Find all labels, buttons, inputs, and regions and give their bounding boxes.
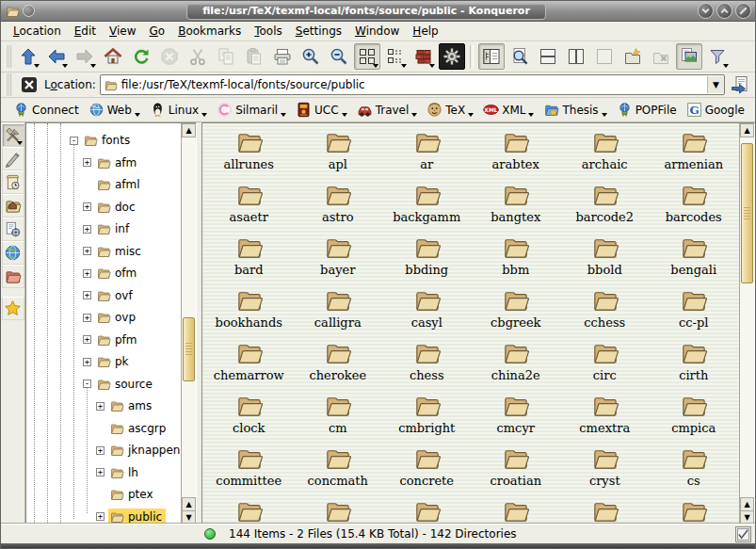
forward-button[interactable] bbox=[72, 43, 98, 70]
bookmark-google[interactable]: GGoogle bbox=[682, 100, 749, 120]
folder-item-arabtex[interactable]: arabtex bbox=[472, 127, 561, 180]
tree-expander-plus-icon[interactable]: + bbox=[83, 314, 91, 322]
tree-scroll-up-button[interactable]: ▲ bbox=[182, 123, 196, 137]
view-scroll-up2-button[interactable]: ▲ bbox=[740, 497, 754, 511]
folder-item-cherokee[interactable]: cherokee bbox=[294, 338, 383, 391]
tree-item-ofm[interactable]: + ofm bbox=[83, 264, 140, 283]
folder-item-concrete[interactable]: concrete bbox=[382, 444, 472, 496]
list-view-button[interactable] bbox=[382, 43, 409, 70]
folder-item-bbding[interactable]: bbding bbox=[382, 233, 472, 285]
folder-item-concmath[interactable]: concmath bbox=[294, 444, 383, 496]
tree-item-afml[interactable]: afml bbox=[83, 175, 144, 194]
maximize-button[interactable] bbox=[716, 3, 732, 19]
tree-item-fonts[interactable]: - fonts bbox=[70, 131, 134, 150]
stop-button[interactable] bbox=[156, 43, 183, 70]
bookmark-wikipedia[interactable]: WWikipedia bbox=[749, 100, 756, 120]
folder-item-circ[interactable]: circ bbox=[560, 338, 650, 391]
folder-item[interactable] bbox=[294, 496, 383, 525]
title-bar[interactable]: file:/usr/TeX/texmf-local/fonts/source/p… bbox=[1, 1, 755, 22]
folder-item-cryst[interactable]: cryst bbox=[560, 444, 650, 496]
tree-expander-plus-icon[interactable]: + bbox=[83, 269, 91, 278]
new-tab-button[interactable] bbox=[619, 43, 646, 70]
folder-item-cbgreek[interactable]: cbgreek bbox=[472, 285, 561, 338]
folder-item-archaic[interactable]: archaic bbox=[560, 127, 650, 180]
folder-item-calligra[interactable]: calligra bbox=[294, 285, 383, 338]
split-horizontal-button[interactable] bbox=[535, 43, 561, 70]
folder-item-barcode2[interactable]: barcode2 bbox=[560, 180, 650, 233]
tree-item-source[interactable]: - source bbox=[83, 375, 156, 394]
folder-item[interactable] bbox=[382, 496, 472, 525]
sticky-pin-button[interactable] bbox=[23, 5, 35, 17]
tree-expander-plus-icon[interactable]: + bbox=[83, 158, 91, 167]
go-button[interactable] bbox=[729, 73, 751, 96]
tree-scrollbar-thumb[interactable] bbox=[183, 317, 195, 381]
tree-expander-minus-icon[interactable]: - bbox=[70, 137, 78, 145]
menu-help[interactable]: Help bbox=[406, 23, 444, 40]
tree-item-afm[interactable]: + afm bbox=[83, 153, 140, 172]
copy-button[interactable] bbox=[213, 43, 239, 70]
menu-location[interactable]: Location bbox=[7, 23, 68, 40]
reload-button[interactable] bbox=[128, 43, 154, 70]
folder-item[interactable] bbox=[650, 496, 739, 525]
tree-scroll-up2-button[interactable]: ▲ bbox=[182, 497, 196, 511]
folder-item-chess[interactable]: chess bbox=[382, 338, 472, 391]
preview-button[interactable] bbox=[676, 43, 702, 70]
sidebar-pen-button[interactable] bbox=[2, 147, 24, 170]
folder-item-allrunes[interactable]: allrunes bbox=[204, 127, 294, 180]
show-sidebar-button[interactable] bbox=[478, 43, 505, 70]
clear-location-button[interactable] bbox=[18, 73, 40, 96]
folder-item-casyl[interactable]: casyl bbox=[382, 285, 472, 338]
print-button[interactable] bbox=[269, 43, 296, 70]
tree-item-ovf[interactable]: + ovf bbox=[83, 286, 137, 305]
tree-item-ptex[interactable]: ptex bbox=[96, 485, 157, 504]
folder-item-asaetr[interactable]: asaetr bbox=[204, 180, 294, 233]
sidebar-services-button[interactable] bbox=[2, 218, 24, 241]
tree-expander-plus-icon[interactable]: + bbox=[83, 225, 91, 234]
tree-item-pfm[interactable]: + pfm bbox=[83, 331, 141, 349]
back-button[interactable] bbox=[43, 43, 70, 70]
filter-button[interactable] bbox=[704, 43, 731, 70]
sidebar-history-button[interactable] bbox=[2, 170, 24, 194]
view-scroll-down-button[interactable]: ▼ bbox=[740, 510, 754, 525]
bookmark-silmaril[interactable]: Silmaril bbox=[212, 100, 291, 120]
statusbar-indicator-icon[interactable] bbox=[735, 526, 751, 542]
folder-item-clock[interactable]: clock bbox=[204, 391, 294, 444]
folder-item-cs[interactable]: cs bbox=[650, 444, 739, 496]
folder-item-bengali[interactable]: bengali bbox=[650, 233, 739, 285]
folder-item-ar[interactable]: ar bbox=[382, 127, 472, 180]
folder-item-cmcyr[interactable]: cmcyr bbox=[472, 391, 561, 444]
tree-expander-minus-icon[interactable]: - bbox=[83, 379, 91, 388]
folder-item[interactable] bbox=[560, 496, 650, 525]
tree-expander-plus-icon[interactable]: + bbox=[96, 446, 105, 455]
folder-item-cmbright[interactable]: cmbright bbox=[382, 391, 472, 444]
tree-scrollbar[interactable]: ▲ ▲ ▼ bbox=[181, 123, 196, 525]
sidebar-root-folder-button[interactable] bbox=[2, 265, 24, 288]
tree-expander-plus-icon[interactable]: + bbox=[83, 247, 91, 255]
menu-bookmarks[interactable]: Bookmarks bbox=[171, 23, 248, 40]
icon-view[interactable]: allrunes apl ar arabtex archaic armenian… bbox=[201, 122, 755, 525]
tree-expander-plus-icon[interactable]: + bbox=[83, 358, 91, 366]
folder-item-bayer[interactable]: bayer bbox=[294, 233, 383, 285]
up-button[interactable] bbox=[15, 43, 41, 70]
tree-item-inf[interactable]: + inf bbox=[83, 219, 133, 238]
bookmark-popfile[interactable]: POPFile bbox=[612, 100, 682, 120]
menu-settings[interactable]: Settings bbox=[289, 23, 348, 40]
menu-tools[interactable]: Tools bbox=[248, 23, 289, 40]
folder-item-astro[interactable]: astro bbox=[294, 180, 383, 233]
sidebar-network-globe-button[interactable] bbox=[2, 241, 24, 265]
folder-item-cmpica[interactable]: cmpica bbox=[650, 391, 739, 444]
folder-item-cc-pl[interactable]: cc-pl bbox=[650, 285, 739, 338]
bookmark-tex[interactable]: TeX bbox=[422, 100, 478, 120]
folder-item[interactable] bbox=[472, 496, 561, 525]
minimize-button[interactable] bbox=[698, 3, 714, 19]
folder-item-apl[interactable]: apl bbox=[294, 127, 383, 180]
folder-item-bangtex[interactable]: bangtex bbox=[472, 180, 561, 233]
menu-window[interactable]: Window bbox=[348, 23, 406, 40]
zoom-out-button[interactable] bbox=[326, 43, 352, 70]
tree-item-jknappen[interactable]: + jknappen bbox=[96, 441, 184, 460]
folder-item-armenian[interactable]: armenian bbox=[650, 127, 739, 180]
tree-item-misc[interactable]: + misc bbox=[83, 242, 145, 261]
bookmark-ucc[interactable]: UCC bbox=[291, 100, 352, 120]
folder-item-cmextra[interactable]: cmextra bbox=[560, 391, 650, 444]
folder-item-cirth[interactable]: cirth bbox=[650, 338, 739, 391]
